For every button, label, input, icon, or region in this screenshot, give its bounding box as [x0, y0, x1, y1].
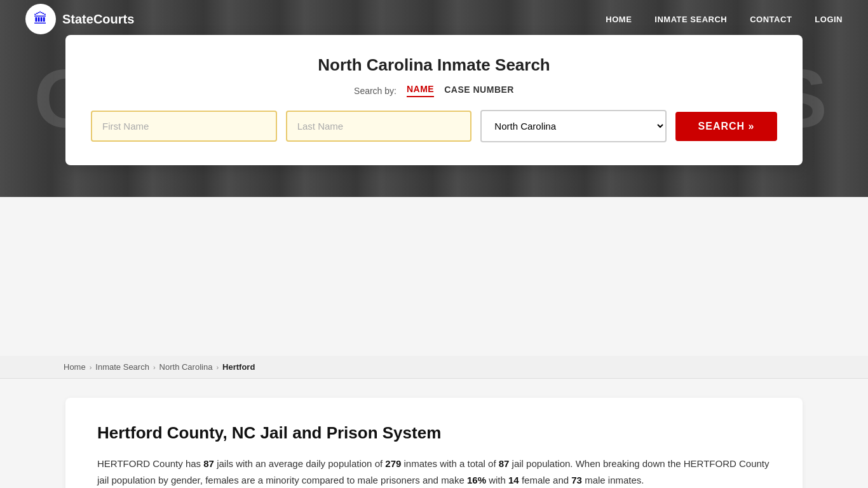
tab-name[interactable]: NAME [407, 84, 434, 97]
search-inputs-row: North Carolina Alabama Alaska Arizona Ca… [91, 110, 777, 142]
logo-link[interactable]: 🏛 StateCourts [25, 4, 134, 34]
avg-population: 279 [385, 458, 401, 469]
body-part2: jails with an average daily population o… [214, 458, 385, 469]
body-part7: male inmates. [582, 475, 644, 485]
breadcrumb-state[interactable]: North Carolina [159, 362, 213, 372]
nav-contact[interactable]: CONTACT [750, 15, 792, 24]
last-name-input[interactable] [286, 111, 472, 142]
breadcrumb-sep-2: › [153, 363, 156, 371]
breadcrumb-inmate-search[interactable]: Inmate Search [95, 362, 149, 372]
search-card-title: North Carolina Inmate Search [91, 55, 777, 75]
body-part1: HERTFORD County has [97, 458, 203, 469]
total-jail-pop: 87 [499, 458, 510, 469]
breadcrumb-sep-1: › [90, 363, 92, 371]
search-by-label: Search by: [354, 86, 397, 96]
breadcrumb-current: Hertford [222, 362, 255, 372]
search-card: North Carolina Inmate Search Search by: … [65, 35, 803, 165]
breadcrumb-home[interactable]: Home [64, 362, 86, 372]
body-part5: with [486, 475, 508, 485]
first-name-input[interactable] [91, 111, 277, 142]
logo-icon: 🏛 [25, 4, 56, 34]
top-nav: 🏛 StateCourts HOME INMATE SEARCH CONTACT… [0, 0, 868, 38]
section-title: Hertford County, NC Jail and Prison Syst… [97, 423, 771, 443]
nav-login[interactable]: LOGIN [815, 15, 843, 24]
body-part3: inmates with a total of [401, 458, 498, 469]
header: C O U R T H O U S E 🏛 StateCourts HOME I… [0, 0, 868, 197]
search-button[interactable]: SEARCH » [675, 112, 777, 141]
main-content: Hertford County, NC Jail and Prison Syst… [65, 398, 803, 488]
male-count: 73 [571, 475, 582, 485]
body-part6: female and [519, 475, 572, 485]
section-body: HERTFORD County has 87 jails with an ave… [97, 456, 771, 488]
nav-inmate-search[interactable]: INMATE SEARCH [654, 15, 727, 24]
search-card-wrapper: North Carolina Inmate Search Search by: … [65, 35, 803, 165]
female-pct: 16% [467, 475, 486, 485]
state-select[interactable]: North Carolina Alabama Alaska Arizona Ca… [480, 110, 667, 142]
search-by-row: Search by: NAME CASE NUMBER [91, 84, 777, 97]
nav-home[interactable]: HOME [606, 15, 632, 24]
female-count: 14 [508, 475, 519, 485]
breadcrumb: Home › Inmate Search › North Carolina › … [0, 356, 868, 379]
nav-links: HOME INMATE SEARCH CONTACT LOGIN [606, 13, 843, 25]
tab-case-number[interactable]: CASE NUMBER [444, 85, 514, 97]
site-name: StateCourts [62, 12, 134, 27]
breadcrumb-sep-3: › [216, 363, 219, 371]
jails-count: 87 [203, 458, 214, 469]
